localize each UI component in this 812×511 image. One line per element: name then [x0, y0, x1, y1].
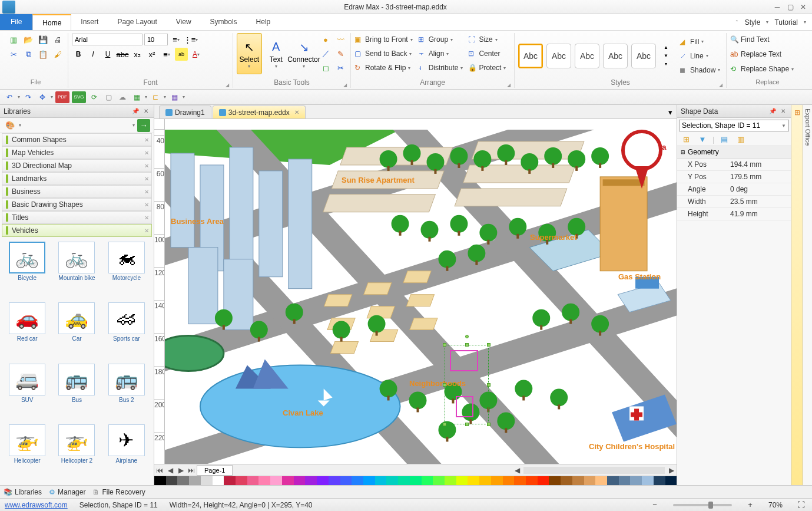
- lib-category[interactable]: Common Shapes✕: [2, 133, 152, 146]
- color-swatch[interactable]: [549, 476, 561, 485]
- tab-help[interactable]: Help: [247, 14, 280, 30]
- distribute-btn[interactable]: ⫞Distribute ▾: [418, 61, 463, 74]
- color-swatch[interactable]: [456, 476, 468, 485]
- pin-icon[interactable]: 📌: [768, 107, 777, 116]
- shape-item[interactable]: 🚲Bicycle: [4, 240, 51, 299]
- panel-close-icon[interactable]: ✕: [142, 107, 150, 116]
- line-spacing-icon[interactable]: ≡▾: [170, 33, 183, 46]
- doc-tab-drawing1[interactable]: Drawing1: [159, 106, 211, 118]
- color-swatch[interactable]: [479, 476, 491, 485]
- color-swatch[interactable]: [468, 476, 479, 485]
- hscroll-left[interactable]: ◀: [512, 466, 522, 474]
- lib-category[interactable]: Vehicles✕: [2, 224, 152, 237]
- lib-palette-icon[interactable]: 🎨: [4, 119, 16, 132]
- color-swatch[interactable]: [166, 476, 178, 485]
- arrange-dialog-icon[interactable]: ◢: [507, 83, 511, 88]
- color-swatch[interactable]: [258, 476, 270, 485]
- color-swatch[interactable]: [224, 476, 236, 485]
- shadow-btn[interactable]: ◼Shadow ▾: [680, 64, 720, 77]
- page-tab[interactable]: Page-1: [197, 465, 233, 476]
- shape-item[interactable]: 🚐SUV: [4, 362, 51, 421]
- shape-square-icon[interactable]: ◻: [319, 61, 332, 74]
- underline-icon[interactable]: U: [101, 48, 114, 61]
- color-swatch[interactable]: [386, 476, 398, 485]
- color-swatch[interactable]: [491, 476, 503, 485]
- style-scroll-up[interactable]: ▲: [659, 44, 672, 52]
- shape-item[interactable]: ✈Airplane: [103, 423, 150, 482]
- fit-page-icon[interactable]: ⛶: [794, 499, 807, 512]
- color-swatch[interactable]: [526, 476, 538, 485]
- color-swatch[interactable]: [189, 476, 201, 485]
- tab-home[interactable]: Home: [32, 14, 71, 30]
- style-preset-5[interactable]: Abc: [631, 44, 656, 68]
- color-swatch[interactable]: [514, 476, 526, 485]
- color-swatch[interactable]: [433, 476, 445, 485]
- category-close-icon[interactable]: ✕: [144, 228, 149, 234]
- color-swatch[interactable]: [665, 476, 677, 485]
- shape-line-icon[interactable]: ／: [319, 47, 332, 60]
- export-office-label[interactable]: Export Office: [804, 108, 811, 146]
- shape-crop-icon[interactable]: ✂: [334, 61, 347, 74]
- color-swatch[interactable]: [340, 476, 352, 485]
- selection-box[interactable]: [445, 345, 489, 424]
- hscrollbar[interactable]: [523, 467, 665, 474]
- tab-close-icon[interactable]: ✕: [294, 109, 299, 116]
- italic-icon[interactable]: I: [87, 48, 100, 61]
- shape-curve-icon[interactable]: 〰: [334, 33, 347, 46]
- font-name-input[interactable]: [72, 34, 142, 45]
- color-swatch[interactable]: [363, 476, 375, 485]
- select-tool[interactable]: ↖ Select▾: [237, 33, 262, 74]
- color-swatch[interactable]: [247, 476, 259, 485]
- style-preset-3[interactable]: Abc: [575, 44, 599, 68]
- color-swatch[interactable]: [294, 476, 306, 485]
- color-swatch[interactable]: [398, 476, 410, 485]
- subscript-icon[interactable]: x₂: [131, 48, 144, 61]
- paste-icon[interactable]: 📋: [37, 48, 49, 61]
- bullets-icon[interactable]: ⋮≡▾: [184, 33, 197, 46]
- lib-category[interactable]: 3D Directional Map✕: [2, 159, 152, 172]
- tab-symbols[interactable]: Symbols: [201, 14, 247, 30]
- rotate-flip[interactable]: ↻Rotate & Flip ▾: [354, 61, 413, 74]
- doc-tab-street-map[interactable]: 3d-street-map.eddx✕: [213, 106, 306, 118]
- minimize-button[interactable]: ─: [773, 3, 781, 11]
- category-close-icon[interactable]: ✕: [144, 163, 149, 169]
- tools-dialog-icon[interactable]: ◢: [343, 83, 347, 88]
- font-color-icon[interactable]: A▾: [190, 48, 203, 61]
- color-swatch[interactable]: [177, 476, 189, 485]
- color-swatch[interactable]: [352, 476, 363, 485]
- svg-icon[interactable]: SVG: [72, 91, 86, 103]
- export-office-strip[interactable]: ⊞: [791, 105, 803, 485]
- shape-item[interactable]: 🚌Bus 2: [103, 362, 150, 421]
- color-swatch[interactable]: [630, 476, 642, 485]
- category-close-icon[interactable]: ✕: [144, 150, 149, 156]
- align-btn[interactable]: ⫟Align ▾: [418, 47, 463, 60]
- page-prev[interactable]: ◀: [165, 466, 175, 474]
- replace-shape[interactable]: ⟲Replace Shape ▾: [730, 62, 794, 75]
- file-menu[interactable]: File: [0, 14, 32, 30]
- color-swatch[interactable]: [282, 476, 294, 485]
- color-swatch[interactable]: [619, 476, 631, 485]
- color-swatch[interactable]: [270, 476, 282, 485]
- color-swatch[interactable]: [445, 476, 456, 485]
- grid-icon[interactable]: ▦: [131, 91, 142, 103]
- shape-item[interactable]: 🏎Sports car: [103, 301, 150, 360]
- hscroll-right[interactable]: ▶: [666, 466, 677, 474]
- group-btn[interactable]: ⊞Group ▾: [418, 33, 463, 46]
- bottom-libraries[interactable]: 📚Libraries: [4, 488, 42, 496]
- tab-page-layout[interactable]: Page Layout: [108, 14, 166, 30]
- color-swatch[interactable]: [654, 476, 665, 485]
- style-scroll-down[interactable]: ▼: [659, 52, 672, 60]
- shape-item[interactable]: 🚲Mountain bike: [53, 240, 100, 299]
- highlight-icon[interactable]: ab: [175, 48, 188, 61]
- color-swatch[interactable]: [375, 476, 387, 485]
- print-icon[interactable]: 🖨: [51, 33, 64, 46]
- color-swatch[interactable]: [642, 476, 654, 485]
- shape-circle-icon[interactable]: ●: [319, 33, 332, 46]
- style-menu[interactable]: Style: [745, 18, 761, 27]
- maximize-button[interactable]: ▢: [786, 3, 794, 11]
- color-swatch[interactable]: [607, 476, 619, 485]
- superscript-icon[interactable]: x²: [145, 48, 158, 61]
- shape-pencil-icon[interactable]: ✎: [334, 47, 347, 60]
- shape-item[interactable]: 🚗Red car: [4, 301, 51, 360]
- color-swatch[interactable]: [201, 476, 213, 485]
